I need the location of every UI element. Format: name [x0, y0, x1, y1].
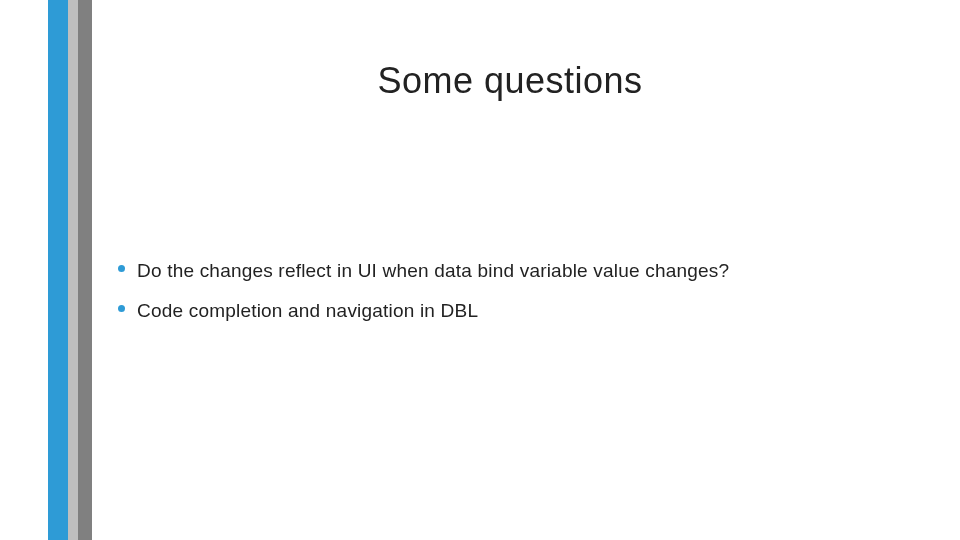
accent-stripe-gray-light: [68, 0, 78, 540]
bullet-icon: [118, 265, 125, 272]
accent-stripe-blue: [48, 0, 68, 540]
slide-title: Some questions: [100, 60, 920, 102]
bullet-icon: [118, 305, 125, 312]
list-item: Code completion and navigation in DBL: [118, 298, 920, 324]
bullet-list: Do the changes reflect in UI when data b…: [118, 258, 920, 337]
accent-stripe-gray-dark: [78, 0, 92, 540]
bullet-text: Do the changes reflect in UI when data b…: [137, 258, 729, 284]
bullet-text: Code completion and navigation in DBL: [137, 298, 478, 324]
list-item: Do the changes reflect in UI when data b…: [118, 258, 920, 284]
